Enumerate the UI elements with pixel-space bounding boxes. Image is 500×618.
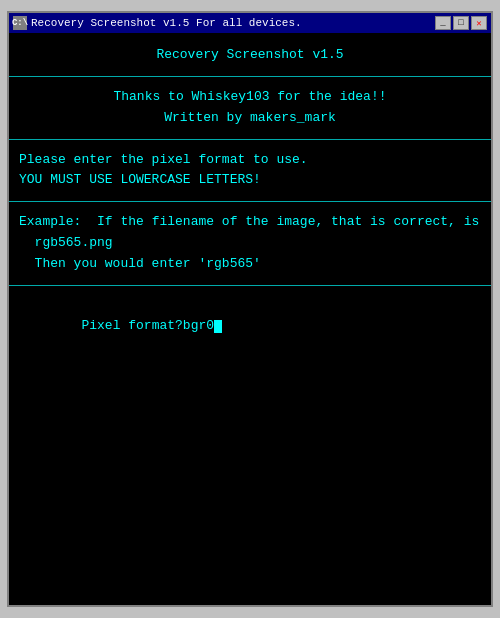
example-line2: rgb565.png xyxy=(19,233,481,254)
title-buttons: _ □ ✕ xyxy=(435,16,487,30)
input-section: Pixel format?bgr0 xyxy=(9,286,491,605)
app-icon: C:\ xyxy=(13,16,27,30)
input-value: bgr0 xyxy=(183,318,214,333)
minimize-button[interactable]: _ xyxy=(435,16,451,30)
example-section: Example: If the filename of the image, t… xyxy=(9,202,491,285)
title-bar-left: C:\ Recovery Screenshot v1.5 For all dev… xyxy=(13,16,302,30)
credits-line1: Thanks to Whiskey103 for the idea!! xyxy=(19,87,481,108)
instruction-line2: YOU MUST USE LOWERCASE LETTERS! xyxy=(19,170,481,191)
cursor xyxy=(214,320,222,333)
terminal-body: Recovery Screenshot v1.5 Thanks to Whisk… xyxy=(9,33,491,605)
title-bar: C:\ Recovery Screenshot v1.5 For all dev… xyxy=(9,13,491,33)
example-label: Example: If the filename of the image, t… xyxy=(19,212,481,233)
window-title: Recovery Screenshot v1.5 For all devices… xyxy=(31,17,302,29)
instruction-line1: Please enter the pixel format to use. xyxy=(19,150,481,171)
close-button[interactable]: ✕ xyxy=(471,16,487,30)
credits-line2: Written by makers_mark xyxy=(19,108,481,129)
title-section: Recovery Screenshot v1.5 xyxy=(9,33,491,77)
example-line3: Then you would enter 'rgb565' xyxy=(19,254,481,275)
prompt-label: Pixel format? xyxy=(81,318,182,333)
instructions-section: Please enter the pixel format to use. YO… xyxy=(9,140,491,203)
credits-section: Thanks to Whiskey103 for the idea!! Writ… xyxy=(9,77,491,140)
app-title-line: Recovery Screenshot v1.5 xyxy=(19,47,481,62)
main-window: C:\ Recovery Screenshot v1.5 For all dev… xyxy=(7,11,493,607)
maximize-button[interactable]: □ xyxy=(453,16,469,30)
prompt-line: Pixel format?bgr0 xyxy=(19,296,481,358)
